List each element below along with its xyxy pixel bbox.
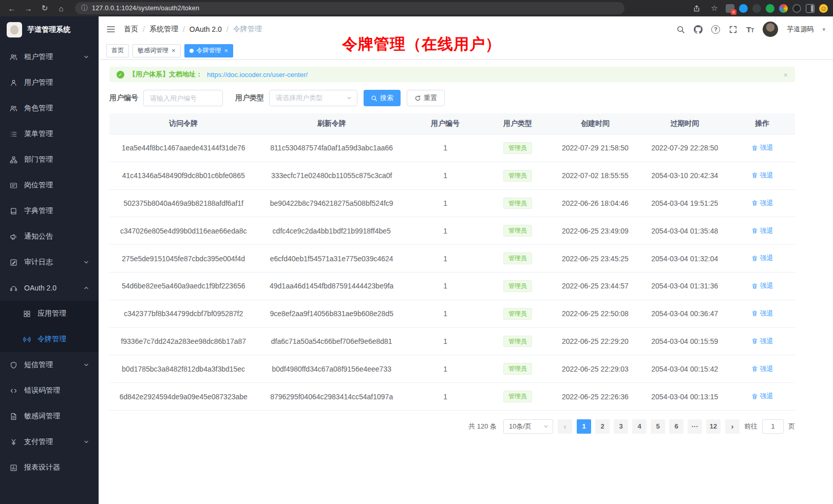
- page-button[interactable]: 12: [706, 419, 721, 434]
- sidebar-item-label: 审计日志: [24, 258, 53, 267]
- back-icon[interactable]: ←: [5, 2, 18, 14]
- user-avatar[interactable]: [763, 22, 778, 37]
- search-icon[interactable]: [676, 25, 685, 34]
- sidebar-item-audit-log[interactable]: 审计日志: [0, 249, 99, 275]
- book-icon: [10, 207, 17, 215]
- page-button[interactable]: 4: [632, 419, 647, 434]
- extension-bird-icon[interactable]: [739, 4, 748, 13]
- tab-close-icon[interactable]: ×: [172, 47, 176, 54]
- page-button[interactable]: ···: [688, 419, 702, 434]
- expire-time-cell: 2054-03-04 00:15:59: [640, 327, 729, 355]
- sidebar-item-menu[interactable]: 菜单管理: [0, 121, 99, 147]
- sidebar-item-tenant[interactable]: 租户管理: [0, 44, 99, 70]
- breadcrumb-oauth2[interactable]: OAuth 2.0: [190, 25, 222, 33]
- extension-grid-icon[interactable]: 0: [726, 4, 734, 13]
- sidebar-item-sensitive-word[interactable]: 敏感词管理: [0, 403, 99, 429]
- page-button[interactable]: 1: [577, 419, 591, 434]
- filter-form: 用户编号 用户类型 请选择用户类型 搜索 重置: [109, 90, 795, 106]
- create-time-cell: 2022-06-25 22:26:36: [551, 383, 640, 411]
- extension-color-icon[interactable]: [779, 4, 788, 13]
- site-info-icon[interactable]: ⓘ: [81, 4, 88, 13]
- sidebar-item-role[interactable]: 角色管理: [0, 95, 99, 121]
- sidebar-item-app-management[interactable]: 应用管理: [0, 301, 99, 326]
- user-menu-caret-icon[interactable]: ▾: [822, 26, 825, 33]
- sidebar-item-pay[interactable]: 支付管理: [0, 429, 99, 455]
- force-logout-button[interactable]: 强退: [751, 337, 773, 346]
- fullscreen-icon[interactable]: [729, 25, 737, 34]
- sidebar-item-oauth2[interactable]: OAuth 2.0: [0, 275, 99, 301]
- tab-sensitive-word[interactable]: 敏感词管理 ×: [132, 44, 181, 57]
- table-row: c342377bf8b344799dcbf7bf095287f2 9ce8ef2…: [109, 300, 795, 327]
- username[interactable]: 芋道源码: [787, 25, 813, 34]
- doc-link[interactable]: https://doc.iocoder.cn/user-center/: [207, 71, 308, 79]
- sidebar-item-error-code[interactable]: 错误码管理: [0, 378, 99, 403]
- force-logout-button[interactable]: 强退: [751, 226, 773, 236]
- tab-home[interactable]: 首页: [106, 44, 129, 57]
- delete-icon: [751, 145, 758, 151]
- home-icon[interactable]: ⌂: [54, 2, 68, 14]
- breadcrumb-home[interactable]: 首页: [124, 25, 138, 34]
- help-icon[interactable]: ?: [711, 25, 720, 34]
- page-button[interactable]: 5: [651, 419, 665, 434]
- force-logout-button[interactable]: 强退: [751, 254, 773, 263]
- force-logout-button[interactable]: 强退: [751, 309, 773, 318]
- sidebar-item-sms[interactable]: 短信管理: [0, 352, 99, 378]
- extension-ring-icon[interactable]: [792, 4, 801, 13]
- extension-dark-icon[interactable]: [752, 4, 761, 13]
- next-page-button[interactable]: ›: [725, 419, 740, 434]
- user-id-input[interactable]: [143, 90, 223, 106]
- force-logout-button[interactable]: 强退: [751, 281, 773, 290]
- force-logout-button[interactable]: 强退: [751, 364, 773, 374]
- sidebar-toggle-icon[interactable]: [106, 25, 116, 34]
- sidebar-item-dept[interactable]: 部门管理: [0, 147, 99, 172]
- search-button[interactable]: 搜索: [364, 90, 401, 106]
- font-size-icon[interactable]: TT: [746, 26, 754, 33]
- table-row: 54d6be82ee5a460a9aedc1f9bf223656 49d1aa4…: [109, 272, 795, 300]
- sidebar-item-dict[interactable]: 字典管理: [0, 198, 99, 224]
- sidebar: 芋道管理系统 租户管理 用户管理 角色管理 菜单管理 部: [0, 16, 99, 504]
- table-row: 1ea5e44f8bc1467aaede43144f31de76 811c530…: [109, 134, 795, 162]
- address-bar[interactable]: ⓘ 127.0.0.1:1024/system/oauth2/token: [75, 2, 624, 14]
- expire-time-cell: 2054-03-10 20:42:34: [640, 162, 729, 189]
- tags-view-bar: 首页 敏感词管理 × 令牌管理 ×: [99, 42, 833, 60]
- extension-green-icon[interactable]: [766, 4, 774, 13]
- force-logout-button[interactable]: 强退: [751, 171, 773, 180]
- delete-icon: [751, 283, 758, 289]
- github-icon[interactable]: [694, 25, 703, 34]
- tab-close-icon[interactable]: ×: [224, 47, 229, 54]
- user-type-select[interactable]: 请选择用户类型: [269, 90, 357, 106]
- sidebar-item-label: 岗位管理: [24, 181, 53, 190]
- tab-token-management[interactable]: 令牌管理 ×: [184, 44, 234, 57]
- expire-time-cell: 2022-07-29 22:28:50: [640, 134, 729, 162]
- force-logout-button[interactable]: 强退: [751, 392, 773, 401]
- breadcrumb-system[interactable]: 系统管理: [149, 25, 178, 34]
- sidebar-item-notice[interactable]: 通知公告: [0, 224, 99, 249]
- goto-page-input[interactable]: [762, 419, 784, 434]
- page-button[interactable]: 3: [614, 419, 628, 434]
- side-panel-icon[interactable]: [806, 4, 815, 13]
- share-icon[interactable]: [690, 2, 703, 14]
- people-icon: [10, 53, 17, 61]
- profile-avatar-icon[interactable]: ☺: [819, 4, 828, 13]
- app-logo-row[interactable]: 芋道管理系统: [0, 16, 99, 43]
- alert-close-icon[interactable]: ×: [783, 70, 788, 79]
- sidebar-item-token-management[interactable]: 令牌管理: [0, 326, 99, 352]
- edit-note-icon: [10, 259, 17, 266]
- reset-button[interactable]: 重置: [407, 90, 445, 106]
- forward-icon[interactable]: →: [22, 2, 35, 14]
- force-logout-button[interactable]: 强退: [751, 199, 773, 208]
- bookmark-star-icon[interactable]: ☆: [708, 2, 721, 14]
- sidebar-item-user[interactable]: 用户管理: [0, 70, 99, 95]
- force-logout-button[interactable]: 强退: [751, 143, 773, 152]
- shield-icon: [10, 361, 17, 369]
- page-size-select[interactable]: 10条/页: [503, 419, 553, 434]
- col-user-type: 用户类型: [485, 113, 550, 134]
- user-type-cell: 管理员: [485, 300, 550, 327]
- page-button[interactable]: 6: [669, 419, 684, 434]
- sidebar-item-post[interactable]: 岗位管理: [0, 172, 99, 198]
- page-button[interactable]: 2: [595, 419, 610, 434]
- reload-icon[interactable]: ↻: [38, 2, 51, 14]
- prev-page-button[interactable]: ‹: [558, 419, 572, 434]
- chevron-up-icon: [84, 285, 89, 290]
- sidebar-item-report-designer[interactable]: 报表设计器: [0, 455, 99, 480]
